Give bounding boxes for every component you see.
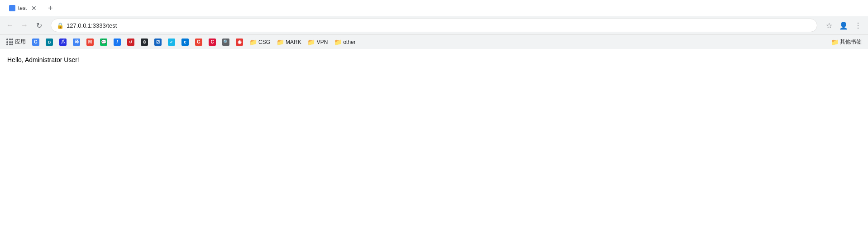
circle-favicon: ◉ [236,39,243,46]
bookmark-baidu[interactable]: 爪 [57,38,69,47]
bookmark-folder-vpn[interactable]: 📁 VPN [305,38,331,47]
bookmark-wechat[interactable]: 💬 [97,38,110,47]
forward-button[interactable]: → [18,19,31,32]
grid-icon [6,39,13,45]
bookmark-todo[interactable]: ☑ [152,38,164,47]
vimeo-favicon: ✓ [168,39,175,46]
google-red-favicon: G [195,39,202,46]
back-button[interactable]: ← [4,19,16,32]
github-favicon: ⊙ [141,39,148,46]
other-bookmarks-label: 其他书签 [840,38,862,46]
lock-icon: 🔒 [57,22,64,29]
greeting-text: Hello, Administrator User! [7,56,861,63]
apps-button[interactable]: 应用 [4,37,29,47]
todo-favicon: ☑ [154,39,162,46]
bookmark-lastpass[interactable]: ↺ [124,38,137,47]
profile-button[interactable]: 👤 [837,19,850,32]
edge-favicon: e [181,39,189,46]
bookmark-crimson[interactable]: C [206,38,219,47]
bookmark-google-red[interactable]: G [192,38,205,47]
tab-close-button[interactable]: ✕ [31,5,37,12]
vpn-label: VPN [317,39,328,45]
bookmark-star-button[interactable]: ☆ [823,19,835,32]
facebook-favicon: f [114,39,121,46]
page-content: Hello, Administrator User! [0,49,868,241]
baidu-favicon: 爪 [59,39,67,46]
navigation-bar: ← → ↻ 🔒 127.0.0.1:3333/test ☆ 👤 ⋮ [0,16,868,34]
wechat-favicon: 💬 [100,39,107,46]
bookmark-edge[interactable]: e [179,38,191,47]
address-bar[interactable]: 🔒 127.0.0.1:3333/test [51,19,817,32]
bookmark-other-bookmarks[interactable]: 📁 其他书签 [828,37,864,47]
browser-chrome: test ✕ + ← → ↻ 🔒 127.0.0.1:3333/test ☆ 👤… [0,0,868,49]
other-bookmarks-icon: 📁 [831,39,838,46]
bookmark-search[interactable]: 🔍 [219,38,232,47]
crimson-favicon: C [209,39,216,46]
tab-title: test [18,5,27,11]
bookmark-folder-other[interactable]: 📁 other [331,38,358,47]
lastpass-favicon: ↺ [127,39,134,46]
google-favicon: G [32,39,39,46]
reload-button[interactable]: ↻ [33,19,45,32]
mark-folder-icon: 📁 [277,39,284,46]
bookmark-folder-mark[interactable]: 📁 MARK [274,38,304,47]
bookmarks-bar: 应用 G B 爪 译 M 💬 f ↺ [0,34,868,49]
bookmark-facebook[interactable]: f [111,38,124,47]
menu-button[interactable]: ⋮ [852,19,864,32]
bing-favicon: B [46,39,53,46]
csg-folder-icon: 📁 [249,39,257,46]
active-tab[interactable]: test ✕ [4,1,42,15]
gmail-favicon: M [86,39,94,46]
mark-label: MARK [286,39,301,45]
other-folder-icon: 📁 [334,39,341,46]
toolbar-right: ☆ 👤 ⋮ [823,19,864,32]
bookmark-folder-csg[interactable]: 📁 CSG [247,38,273,47]
tab-bar: test ✕ + [0,0,868,16]
bookmark-vimeo[interactable]: ✓ [165,38,178,47]
vpn-folder-icon: 📁 [308,39,315,46]
search-favicon: 🔍 [222,39,229,46]
translate-favicon: 译 [73,39,80,46]
bookmark-translate[interactable]: 译 [70,38,83,47]
tab-favicon [9,5,15,11]
address-text: 127.0.0.1:3333/test [67,22,811,29]
bookmark-google[interactable]: G [29,38,42,47]
bookmark-circle[interactable]: ◉ [233,38,246,47]
bookmark-gmail[interactable]: M [84,38,96,47]
csg-label: CSG [258,39,270,45]
new-tab-button[interactable]: + [44,2,57,14]
other-label: other [343,39,355,45]
bookmark-bing[interactable]: B [43,38,56,47]
bookmark-github[interactable]: ⊙ [138,38,151,47]
apps-label: 应用 [15,38,26,46]
